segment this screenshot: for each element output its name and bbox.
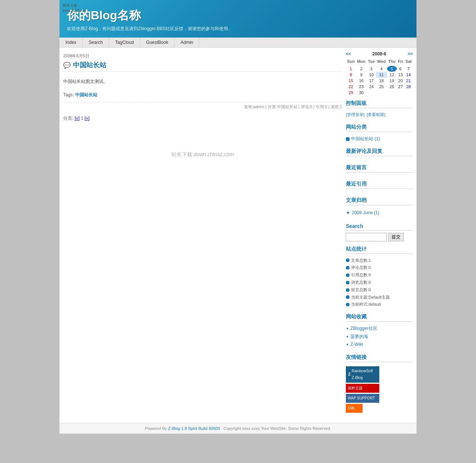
- cal-day[interactable]: 28: [404, 84, 413, 90]
- control-panel-title: 控制面板: [346, 100, 413, 108]
- category-list: 中国站长站 (1): [346, 134, 413, 144]
- recent-guestbook-content: [346, 175, 413, 176]
- cal-day[interactable]: 17: [367, 78, 376, 84]
- view-permissions-link[interactable]: [查看权限]: [367, 111, 385, 119]
- cal-day[interactable]: 20: [397, 78, 404, 84]
- stats-label: 引用总数:0: [351, 271, 371, 279]
- cal-day: [404, 90, 413, 96]
- favorites-list: ✦ ZBlogger社区 ✦ 菠萝的海 ✦ Z-Wiki: [346, 324, 413, 350]
- cal-day[interactable]: 9: [356, 72, 367, 78]
- cal-week-5: 29 30: [346, 90, 413, 96]
- cal-th-sat: Sat: [404, 58, 413, 64]
- cal-day-today[interactable]: 5: [387, 66, 397, 72]
- cal-day[interactable]: 27: [397, 84, 404, 90]
- cal-day[interactable]: 21: [404, 78, 413, 84]
- main-content: 2008年6月5日 💬 中国站长站 中国站长站图文测试。 Tags: 中国站长站…: [63, 51, 342, 419]
- cal-day[interactable]: 26: [387, 84, 397, 90]
- cal-week-1: 1 2 3 4 5 6 7: [346, 66, 413, 72]
- fav-link[interactable]: 菠萝的海: [350, 333, 368, 341]
- nav-admin[interactable]: Admin: [174, 38, 199, 47]
- pagination-prev[interactable]: [«]: [75, 116, 80, 121]
- category-item: 中国站长站 (1): [346, 135, 413, 143]
- cal-day[interactable]: 4: [376, 66, 387, 72]
- cal-day[interactable]: 23: [356, 84, 367, 90]
- cal-day[interactable]: 19: [387, 78, 397, 84]
- cal-day[interactable]: 6: [397, 66, 404, 72]
- cal-week-4: 22 23 24 25 26 27 28: [346, 84, 413, 90]
- fav-icon: ✦: [346, 341, 349, 348]
- cal-day[interactable]: 30: [356, 90, 367, 96]
- calendar-table: Sun Mon Tue Wed Thu Fri Sat: [346, 58, 413, 96]
- post-tags: Tags: 中国站长站: [63, 92, 342, 98]
- cal-day[interactable]: 12: [387, 72, 397, 78]
- cal-day[interactable]: 13: [397, 72, 404, 78]
- cal-day[interactable]: 1: [346, 66, 356, 72]
- post-body-text: 中国站长站图文测试。: [63, 79, 108, 84]
- stats-list: 文章总数:1 评论总数:0 引用总数:0 浏览总数:0: [346, 256, 413, 309]
- tags-label: Tags:: [63, 92, 74, 97]
- search-submit-button[interactable]: 提交: [388, 233, 404, 241]
- footer-zblog-link[interactable]: Z-Blog 1.8 Spirit Build 80605: [168, 426, 220, 431]
- pagination-next[interactable]: [»]: [84, 116, 89, 121]
- stats-item: 留言总数:0: [346, 286, 413, 294]
- recent-trackback-content: [346, 191, 413, 193]
- cal-week-3: 15 16 17 18 19 20 21: [346, 78, 413, 84]
- nav-tagcloud[interactable]: TagCloud: [109, 38, 140, 47]
- cal-day[interactable]: 3: [367, 66, 376, 72]
- stats-icon: [346, 288, 350, 292]
- wap-badge-text: WAP SUPPORT: [348, 396, 375, 400]
- cal-week-2: 8 9 10 11 12 13 14: [346, 72, 413, 78]
- wap-badge[interactable]: WAP SUPPORT: [346, 394, 379, 403]
- cal-day[interactable]: 25: [376, 84, 387, 90]
- nav-guestbook[interactable]: GuestBook: [140, 38, 174, 47]
- cal-day[interactable]: 29: [346, 90, 356, 96]
- cal-day: [387, 90, 397, 96]
- jb51-line2: www.Jb51.net: [62, 8, 86, 13]
- cal-day[interactable]: 22: [346, 84, 356, 90]
- calendar-prev[interactable]: <<: [346, 51, 351, 57]
- nav-index[interactable]: Index: [60, 38, 83, 47]
- cal-day[interactable]: 14: [404, 72, 413, 78]
- search-input[interactable]: [346, 233, 387, 241]
- category-link[interactable]: 中国站长站 (1): [351, 135, 380, 143]
- xml-badge[interactable]: XML: [346, 404, 363, 413]
- stats-icon: [346, 281, 350, 284]
- guocui-badge[interactable]: 国粹主题: [346, 384, 379, 393]
- cal-day[interactable]: 8: [346, 72, 356, 78]
- fav-icon: ✦: [346, 334, 349, 340]
- friendlinks-section: 友情链接 Z RainbowSoftZ-Blog 国粹主题 WAP SUPPOR…: [346, 354, 413, 415]
- watermark-area: 站长下载 down.chinaz.com: [63, 122, 342, 188]
- archive-item: ✦ 2008 June (1): [346, 208, 413, 218]
- admin-login-link[interactable]: [管理登录]: [346, 111, 364, 119]
- stats-item: 评论总数:0: [346, 264, 413, 271]
- post-title-area: 💬 中国站长站: [63, 61, 342, 72]
- nav-search[interactable]: Search: [83, 38, 109, 47]
- cal-day[interactable]: 24: [367, 84, 376, 90]
- fav-link[interactable]: ZBlogger社区: [350, 325, 377, 333]
- recent-trackback-title: 最近引用: [346, 181, 413, 189]
- navbar: Index Search TagCloud GuestBook Admin: [60, 38, 416, 48]
- cal-day[interactable]: 10: [367, 72, 376, 78]
- category-icon: [346, 137, 350, 141]
- post-tag-link[interactable]: 中国站长站: [75, 92, 97, 97]
- cal-th-mon: Mon: [356, 58, 367, 64]
- post-title-text: 中国站长站: [73, 61, 106, 70]
- cal-day[interactable]: 7: [404, 66, 413, 72]
- cal-th-wed: Wed: [376, 58, 387, 64]
- cal-day[interactable]: 18: [376, 78, 387, 84]
- cal-day-highlight[interactable]: 11: [376, 72, 387, 78]
- archive-link[interactable]: 2008 June (1): [352, 209, 379, 217]
- calendar-next[interactable]: >>: [408, 51, 413, 57]
- cal-day[interactable]: 2: [356, 66, 367, 72]
- cal-day[interactable]: 16: [356, 78, 367, 84]
- post-meta: 发布:admin | 分类:中国站长站 | 评论:0 | 引用:0 | 浏览:1: [63, 102, 342, 110]
- category-section: 网站分类 中国站长站 (1): [346, 124, 413, 144]
- fav-link[interactable]: Z-Wiki: [350, 341, 363, 349]
- zblog-badge-text: RainbowSoftZ-Blog: [352, 368, 373, 381]
- cal-day[interactable]: 15: [346, 78, 356, 84]
- cal-th-thu: Thu: [387, 58, 397, 64]
- jb51-watermark: 脚本之家 www.Jb51.net: [62, 3, 86, 13]
- zblog-badge[interactable]: Z RainbowSoftZ-Blog: [346, 366, 379, 383]
- favorites-title: 网站收藏: [346, 314, 413, 322]
- recent-comments-title: 最新评论及回复: [346, 148, 413, 156]
